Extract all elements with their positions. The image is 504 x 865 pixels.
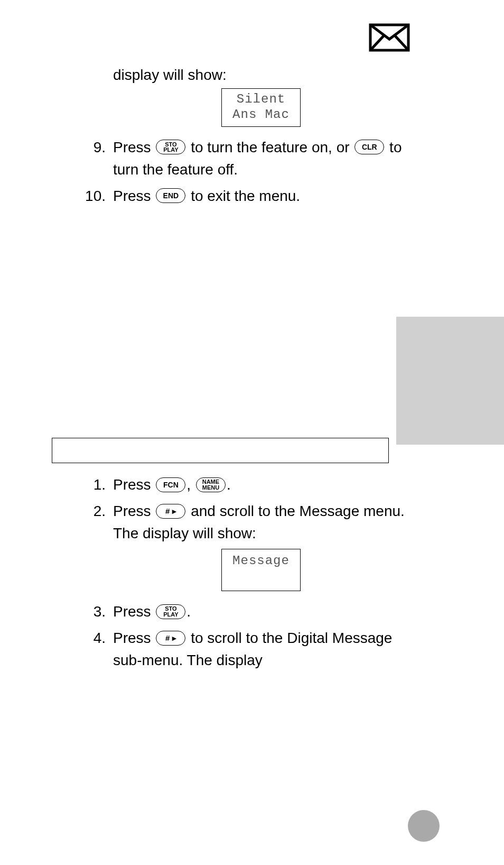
- lcd-display-silent: Silent Ans Mac: [221, 88, 301, 127]
- steps-list-bottom: 1.Press FCN, NAMEMENU.2.Press # ▸ and sc…: [113, 474, 409, 671]
- side-tab: [396, 317, 504, 445]
- top-content: display will show: Silent Ans Mac 9.Pres…: [113, 65, 409, 211]
- key-fcn: FCN: [156, 477, 185, 492]
- step-item: 4.Press # ▸ to scroll to the Digital Mes…: [113, 627, 409, 671]
- step-number: 10.: [82, 185, 113, 207]
- step-item: 9.Press STOPLAY to turn the feature on, …: [113, 136, 409, 181]
- step-number: 1.: [82, 474, 113, 496]
- key-hash-right: # ▸: [156, 504, 185, 519]
- lcd-line: Silent: [222, 92, 300, 107]
- step-body: Press # ▸ and scroll to the Message menu…: [113, 500, 409, 545]
- step-number: 2.: [82, 500, 113, 545]
- step-number: 9.: [82, 136, 113, 181]
- step-number: 3.: [82, 601, 113, 623]
- bottom-content: 1.Press FCN, NAMEMENU.2.Press # ▸ and sc…: [113, 474, 409, 676]
- step-number: 4.: [82, 627, 113, 671]
- key-clr: CLR: [354, 140, 384, 154]
- step-body: Press # ▸ to scroll to the Digital Messa…: [113, 627, 409, 671]
- lcd-display: Message: [221, 549, 301, 591]
- key-sto-play: STOPLAY: [156, 140, 185, 154]
- section-heading-bar: [52, 438, 389, 463]
- page-number-dot: [408, 810, 440, 842]
- lead-text: display will show:: [113, 65, 409, 85]
- step-item: 10.Press END to exit the menu.: [113, 185, 409, 207]
- step-body: Press END to exit the menu.: [113, 185, 409, 207]
- key-sto-play: STOPLAY: [156, 604, 185, 619]
- mail-icon: [369, 23, 410, 54]
- step-item: 3.Press STOPLAY.: [113, 601, 409, 623]
- step-item: 2.Press # ▸ and scroll to the Message me…: [113, 500, 409, 545]
- key-name-menu: NAMEMENU: [196, 477, 226, 492]
- step-body: Press FCN, NAMEMENU.: [113, 474, 409, 496]
- step-body: Press STOPLAY to turn the feature on, or…: [113, 136, 409, 181]
- step-body: Press STOPLAY.: [113, 601, 409, 623]
- step-item: 1.Press FCN, NAMEMENU.: [113, 474, 409, 496]
- step-lcd-wrap: Message: [113, 549, 409, 591]
- key-hash-right: # ▸: [156, 631, 185, 646]
- lcd-line: Ans Mac: [222, 107, 300, 122]
- key-end: END: [156, 188, 185, 203]
- steps-list-top: 9.Press STOPLAY to turn the feature on, …: [113, 136, 409, 207]
